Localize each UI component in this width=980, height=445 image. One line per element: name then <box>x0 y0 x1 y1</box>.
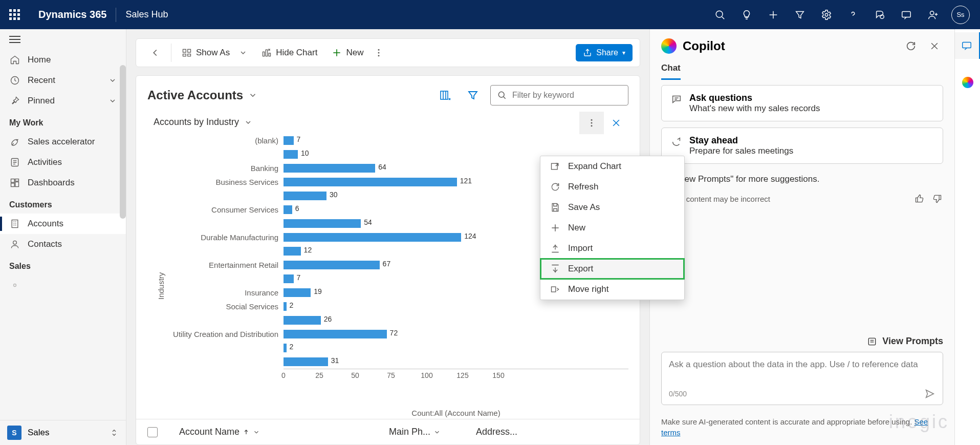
sidebar-item-leads-partial[interactable] <box>0 275 126 295</box>
send-button[interactable] <box>924 388 935 399</box>
column-account-name[interactable]: Account Name <box>179 427 374 437</box>
copilot-header-icon[interactable] <box>866 0 893 29</box>
chart-more-button[interactable] <box>579 112 604 134</box>
chart-context-menu: Expand ChartRefreshSave AsNewImportExpor… <box>540 156 685 300</box>
thumbs-down-button[interactable] <box>932 194 942 204</box>
svg-point-7 <box>930 11 934 14</box>
building-icon <box>9 219 20 229</box>
svg-rect-32 <box>441 91 448 99</box>
brand-name[interactable]: Dynamics 365 <box>29 9 116 20</box>
copilot-title: Copilot <box>683 39 725 53</box>
new-button[interactable]: New <box>325 45 369 61</box>
show-as-button[interactable]: Show As <box>176 45 253 61</box>
sidebar-item-pinned[interactable]: Pinned <box>0 91 126 111</box>
svg-point-0 <box>716 11 723 17</box>
sidebar-toggle[interactable] <box>0 29 126 50</box>
sidebar-item-accounts[interactable]: Accounts <box>0 214 126 234</box>
svg-point-37 <box>591 119 593 121</box>
ctx-item-new[interactable]: New <box>540 218 684 238</box>
sidebar-item-activities[interactable]: Activities <box>0 152 126 173</box>
suggestion-card-ask[interactable]: Ask questions What's new with my sales r… <box>661 85 943 121</box>
copilot-ask-box[interactable]: Ask a question about the data in the app… <box>661 352 943 405</box>
thumbs-up-button[interactable] <box>914 194 925 204</box>
svg-rect-26 <box>269 53 270 56</box>
sidebar-section-mywork: My Work <box>0 111 126 132</box>
chart-hide-icon <box>262 48 272 58</box>
user-avatar[interactable]: Ss <box>951 6 970 24</box>
sidebar-item-sales-accelerator[interactable]: Sales accelerator <box>0 132 126 152</box>
area-label: Sales <box>28 428 50 438</box>
svg-point-30 <box>378 52 380 54</box>
chevron-down-icon <box>108 97 117 105</box>
person-add-icon[interactable] <box>920 0 946 29</box>
ask-placeholder: Ask a question about the data in the app… <box>669 358 935 383</box>
column-address[interactable]: Address... <box>476 427 517 437</box>
chart-bar[interactable]: 2 <box>168 341 628 355</box>
chart-selector[interactable]: Accounts by Industry <box>154 114 628 134</box>
ctx-item-import[interactable]: Import <box>540 238 684 259</box>
svg-point-31 <box>378 55 380 56</box>
share-button[interactable]: Share ▾ <box>576 44 633 61</box>
lightbulb-icon[interactable] <box>733 0 760 29</box>
sidebar-item-contacts[interactable]: Contacts <box>0 234 126 255</box>
app-launcher-button[interactable] <box>0 0 29 29</box>
sidebar-item-recent[interactable]: Recent <box>0 70 126 91</box>
sidebar-item-home[interactable]: Home <box>0 50 126 70</box>
close-copilot-button[interactable] <box>926 37 943 55</box>
sidebar-scrollbar[interactable] <box>120 65 126 219</box>
grid-icon <box>182 48 192 58</box>
app-name[interactable]: Sales Hub <box>116 9 177 20</box>
sidebar-item-label: Contacts <box>28 239 62 249</box>
view-selector[interactable]: Active Accounts <box>147 88 257 102</box>
filter-button[interactable] <box>463 85 483 105</box>
overflow-button[interactable] <box>372 45 386 61</box>
sidebar-item-dashboards[interactable]: Dashboards <box>0 173 126 193</box>
keyword-filter[interactable] <box>490 85 628 105</box>
chart-close-button[interactable] <box>604 112 628 134</box>
ctx-item-refresh[interactable]: Refresh <box>540 177 684 197</box>
svg-point-18 <box>13 241 17 244</box>
view-prompts-button[interactable]: View Prompts <box>867 336 943 347</box>
filter-icon[interactable] <box>787 0 813 29</box>
svg-point-19 <box>14 284 16 287</box>
chevron-down-icon <box>253 429 260 436</box>
chevron-down-icon <box>248 91 257 100</box>
back-button[interactable] <box>143 44 167 61</box>
chart-bar[interactable]: Utility Creation and Distribution72 <box>168 327 628 341</box>
svg-rect-48 <box>552 163 558 169</box>
ai-disclaimer: erated content may be incorrect <box>661 192 943 210</box>
sidebar: Home Recent Pinned My Work Sales acceler… <box>0 29 126 445</box>
chart-bar[interactable]: Social Services2 <box>168 300 628 313</box>
refresh-copilot-button[interactable] <box>902 37 920 55</box>
help-icon[interactable] <box>840 0 866 29</box>
ctx-item-export[interactable]: Export <box>540 259 684 279</box>
workspace: Home Recent Pinned My Work Sales acceler… <box>0 29 980 445</box>
keyword-filter-input[interactable] <box>512 91 622 100</box>
sidebar-area-switcher[interactable]: S Sales <box>0 420 126 445</box>
chat-icon[interactable] <box>893 0 920 29</box>
share-icon <box>583 48 592 57</box>
chevron-down-icon <box>244 118 252 126</box>
global-header: Dynamics 365 Sales Hub Ss <box>0 0 980 29</box>
edit-columns-button[interactable] <box>435 85 455 105</box>
pin-icon <box>9 96 20 106</box>
grid-header: Account Name Main Ph... Address... <box>136 419 640 444</box>
ctx-item-move-right[interactable]: Move right <box>540 279 684 300</box>
copilot-tab-chat[interactable]: Chat <box>661 63 681 80</box>
chart-bar[interactable]: 26 <box>168 313 628 327</box>
ctx-item-save-as[interactable]: Save As <box>540 197 684 218</box>
column-main-phone[interactable]: Main Ph... <box>389 427 461 437</box>
rail-copilot-button[interactable] <box>955 32 981 59</box>
suggestion-card-stay-ahead[interactable]: Stay ahead Prepare for sales meetings <box>661 128 943 164</box>
chart-bar[interactable]: (blank)7 <box>168 134 628 147</box>
sidebar-item-label: Home <box>28 55 51 65</box>
select-all-checkbox[interactable] <box>147 427 158 437</box>
settings-icon[interactable] <box>813 0 840 29</box>
add-icon[interactable] <box>760 0 787 29</box>
ctx-item-expand-chart[interactable]: Expand Chart <box>540 156 684 177</box>
hide-chart-button[interactable]: Hide Chart <box>255 45 323 61</box>
chart-bar[interactable]: 31 <box>168 355 628 369</box>
svg-rect-44 <box>869 338 876 345</box>
rail-copilot-logo-button[interactable] <box>955 69 981 96</box>
search-icon[interactable] <box>707 0 733 29</box>
